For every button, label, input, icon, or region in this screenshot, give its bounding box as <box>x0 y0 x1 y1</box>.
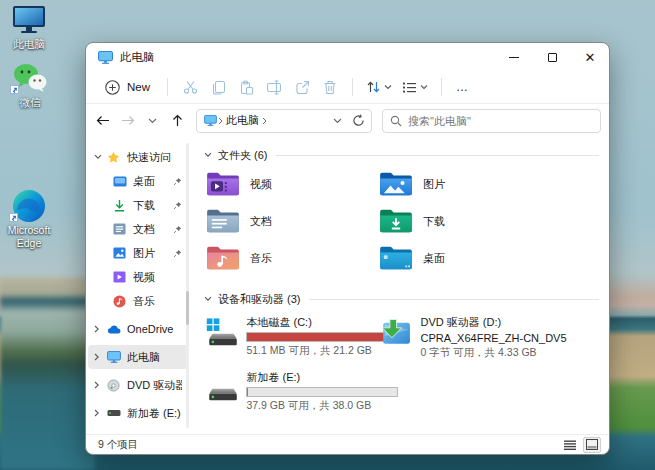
share-button[interactable] <box>288 75 316 99</box>
chevron-right-icon[interactable] <box>94 325 106 333</box>
up-button[interactable] <box>167 110 188 132</box>
sidebar-item-music[interactable]: 音乐 <box>88 289 188 313</box>
drive-name: 本地磁盘 (C:) <box>246 315 376 330</box>
drive-tile-e[interactable]: 新加卷 (E:) 37.9 GB 可用，共 38.0 GB <box>206 370 376 413</box>
cut-button[interactable] <box>176 75 204 99</box>
back-button[interactable] <box>92 110 113 132</box>
minimize-icon <box>509 57 519 58</box>
sidebar-item-dvd-drive[interactable]: DVD 驱动器 (D:) <box>88 373 188 397</box>
sidebar-item-label: 文档 <box>133 222 155 237</box>
more-options-button[interactable]: … <box>450 80 475 94</box>
recent-locations-button[interactable] <box>142 110 163 132</box>
maximize-icon <box>548 53 557 62</box>
sidebar-item-this-pc[interactable]: 此电脑 <box>88 345 188 369</box>
section-title: 文件夹 (6) <box>218 148 268 163</box>
breadcrumb-item[interactable]: 此电脑 <box>226 113 259 128</box>
sidebar-item-documents[interactable]: 文档 <box>88 217 188 241</box>
sidebar-item-label: 此电脑 <box>127 350 160 365</box>
paste-button[interactable] <box>232 75 260 99</box>
sidebar-item-videos[interactable]: 视频 <box>88 265 188 289</box>
minimize-button[interactable] <box>495 43 533 71</box>
sort-button[interactable] <box>361 75 397 99</box>
folders-grid: 视频 图片 文档 下载 音乐 <box>206 169 599 273</box>
drives-grid: 本地磁盘 (C:) 51.1 MB 可用，共 21.2 GB DVD 驱动器 (… <box>206 315 599 413</box>
pin-icon <box>173 249 182 258</box>
desktop-icon-this-pc[interactable]: 此电脑 <box>0 4 58 51</box>
rename-button[interactable] <box>260 75 288 99</box>
search-input[interactable] <box>408 115 593 127</box>
chevron-down-icon[interactable] <box>204 152 212 158</box>
new-button[interactable]: New <box>96 76 159 99</box>
large-icons-view-button[interactable] <box>583 437 601 453</box>
folder-tile-downloads[interactable]: 下载 <box>379 206 546 236</box>
sidebar-item-onedrive[interactable]: OneDrive <box>88 317 188 341</box>
folder-label: 下载 <box>423 214 445 229</box>
chevron-down-icon[interactable] <box>94 154 106 160</box>
chevron-right-icon[interactable] <box>94 353 106 361</box>
star-icon <box>106 151 121 164</box>
scrollbar-thumb[interactable] <box>186 291 189 325</box>
desktop-icon-edge[interactable]: Microsoft Edge <box>0 190 58 249</box>
pin-icon <box>173 177 182 186</box>
sort-icon <box>366 80 381 94</box>
sidebar-item-network[interactable]: 网络 <box>88 429 188 434</box>
documents-folder-icon <box>206 207 240 235</box>
sidebar-item-label: 桌面 <box>133 174 155 189</box>
plus-circle-icon <box>105 80 120 95</box>
sidebar-item-downloads[interactable]: 下载 <box>88 193 188 217</box>
system-disk-icon <box>206 315 238 351</box>
folder-tile-desktop[interactable]: 桌面 <box>379 243 546 273</box>
forward-button[interactable] <box>117 110 138 132</box>
address-bar: 此电脑 <box>86 104 609 137</box>
sidebar-item-label: 新加卷 (E:) <box>127 406 181 421</box>
refresh-icon[interactable] <box>352 114 365 127</box>
paste-icon <box>239 80 254 95</box>
wechat-icon <box>12 62 48 94</box>
folder-label: 图片 <box>423 177 445 192</box>
folder-tile-documents[interactable]: 文档 <box>206 206 373 236</box>
title-bar[interactable]: 此电脑 ✕ <box>86 43 609 71</box>
documents-icon <box>112 223 127 235</box>
breadcrumb[interactable]: 此电脑 <box>196 109 372 133</box>
view-icon <box>402 81 417 94</box>
sidebar-item-pictures[interactable]: 图片 <box>88 241 188 265</box>
desktop-wallpaper-reflection <box>0 278 95 470</box>
downloads-folder-icon <box>379 207 413 235</box>
maximize-button[interactable] <box>533 43 571 71</box>
chevron-down-icon[interactable] <box>204 296 212 302</box>
drive-caption: 0 字节 可用，共 4.33 GB <box>420 346 549 360</box>
folder-label: 桌面 <box>423 251 445 266</box>
sidebar-item-quick-access[interactable]: 快速访问 <box>88 145 188 169</box>
drive-name: DVD 驱动器 (D:) <box>420 315 549 330</box>
chevron-right-icon[interactable] <box>94 381 106 389</box>
search-box[interactable] <box>382 109 601 133</box>
folder-tile-videos[interactable]: 视频 <box>206 169 373 199</box>
items-count: 9 个项目 <box>98 438 138 452</box>
pictures-icon <box>112 247 127 259</box>
folder-tile-music[interactable]: 音乐 <box>206 243 373 273</box>
drive-tile-d[interactable]: DVD 驱动器 (D:) CPRA_X64FRE_ZH-CN_DV5 0 字节 … <box>379 315 549 360</box>
window-title: 此电脑 <box>120 50 155 65</box>
delete-button[interactable] <box>316 75 344 99</box>
copy-button[interactable] <box>204 75 232 99</box>
desktop-icon-wechat[interactable]: 微信 <box>1 62 59 109</box>
chevron-down-icon[interactable] <box>333 118 342 124</box>
videos-icon <box>112 271 127 283</box>
sidebar-item-desktop[interactable]: 桌面 <box>88 169 188 193</box>
folder-tile-pictures[interactable]: 图片 <box>379 169 546 199</box>
chevron-right-icon[interactable] <box>94 409 106 417</box>
sidebar-scrollbar[interactable] <box>186 143 189 428</box>
shortcut-arrow-icon <box>10 85 19 94</box>
command-toolbar: New … <box>86 71 609 104</box>
new-button-label: New <box>127 81 150 93</box>
close-button[interactable]: ✕ <box>571 43 609 71</box>
folders-section-header[interactable]: 文件夹 (6) <box>204 145 599 165</box>
view-button[interactable] <box>397 75 433 99</box>
drive-tile-c[interactable]: 本地磁盘 (C:) 51.1 MB 可用，共 21.2 GB <box>206 315 376 360</box>
sidebar-item-new-volume[interactable]: 新加卷 (E:) <box>88 401 188 425</box>
sidebar-item-label: DVD 驱动器 (D:) <box>127 378 182 393</box>
toolbar-separator <box>441 78 442 96</box>
details-view-button[interactable] <box>561 437 579 453</box>
drives-section-header[interactable]: 设备和驱动器 (3) <box>204 289 599 309</box>
dvd-drive-icon <box>379 315 412 349</box>
